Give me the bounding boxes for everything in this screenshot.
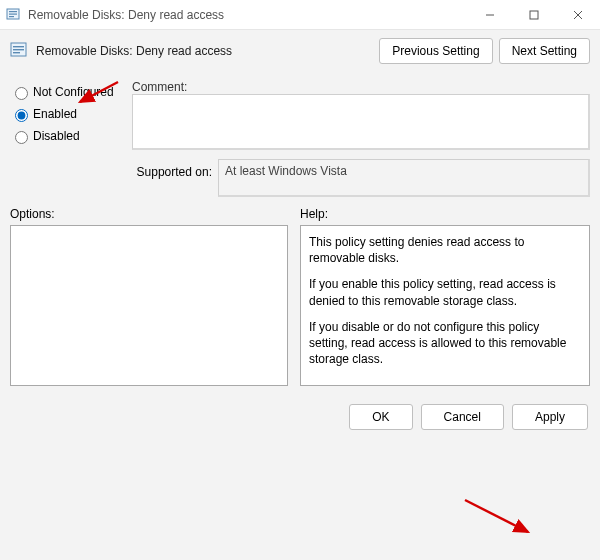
help-label: Help: — [300, 207, 590, 221]
svg-line-13 — [465, 500, 528, 532]
help-paragraph: If you disable or do not configure this … — [309, 319, 581, 368]
cancel-button[interactable]: Cancel — [421, 404, 504, 430]
policy-title: Removable Disks: Deny read access — [36, 44, 232, 58]
svg-rect-9 — [13, 46, 24, 47]
comment-textarea[interactable] — [132, 94, 590, 150]
options-label: Options: — [10, 207, 288, 221]
policy-header-icon — [10, 41, 30, 61]
window-controls — [468, 0, 600, 29]
apply-button[interactable]: Apply — [512, 404, 588, 430]
maximize-button[interactable] — [512, 0, 556, 29]
state-radio-group: Not Configured Enabled Disabled — [10, 74, 122, 197]
svg-rect-11 — [13, 52, 20, 53]
supported-on-label: Supported on: — [132, 159, 218, 197]
radio-enabled-label: Enabled — [33, 107, 77, 121]
svg-rect-2 — [9, 13, 17, 14]
window-title: Removable Disks: Deny read access — [28, 8, 468, 22]
options-pane — [10, 225, 288, 386]
radio-enabled[interactable]: Enabled — [10, 106, 122, 122]
radio-not-configured[interactable]: Not Configured — [10, 84, 122, 100]
svg-rect-10 — [13, 49, 24, 50]
radio-disabled-label: Disabled — [33, 129, 80, 143]
radio-not-configured-input[interactable] — [15, 87, 28, 100]
supported-on-text — [218, 159, 590, 197]
svg-rect-3 — [9, 16, 14, 17]
radio-disabled-input[interactable] — [15, 131, 28, 144]
help-paragraph: If you enable this policy setting, read … — [309, 276, 581, 308]
minimize-button[interactable] — [468, 0, 512, 29]
radio-not-configured-label: Not Configured — [33, 85, 114, 99]
svg-rect-5 — [530, 11, 538, 19]
radio-disabled[interactable]: Disabled — [10, 128, 122, 144]
help-pane: This policy setting denies read access t… — [300, 225, 590, 386]
radio-enabled-input[interactable] — [15, 109, 28, 122]
close-button[interactable] — [556, 0, 600, 29]
ok-button[interactable]: OK — [349, 404, 412, 430]
previous-setting-button[interactable]: Previous Setting — [379, 38, 492, 64]
svg-rect-1 — [9, 11, 17, 12]
policy-icon — [6, 7, 22, 23]
titlebar: Removable Disks: Deny read access — [0, 0, 600, 30]
dialog-footer: OK Cancel Apply — [0, 394, 600, 440]
next-setting-button[interactable]: Next Setting — [499, 38, 590, 64]
comment-label: Comment: — [132, 80, 187, 94]
help-paragraph: This policy setting denies read access t… — [309, 234, 581, 266]
